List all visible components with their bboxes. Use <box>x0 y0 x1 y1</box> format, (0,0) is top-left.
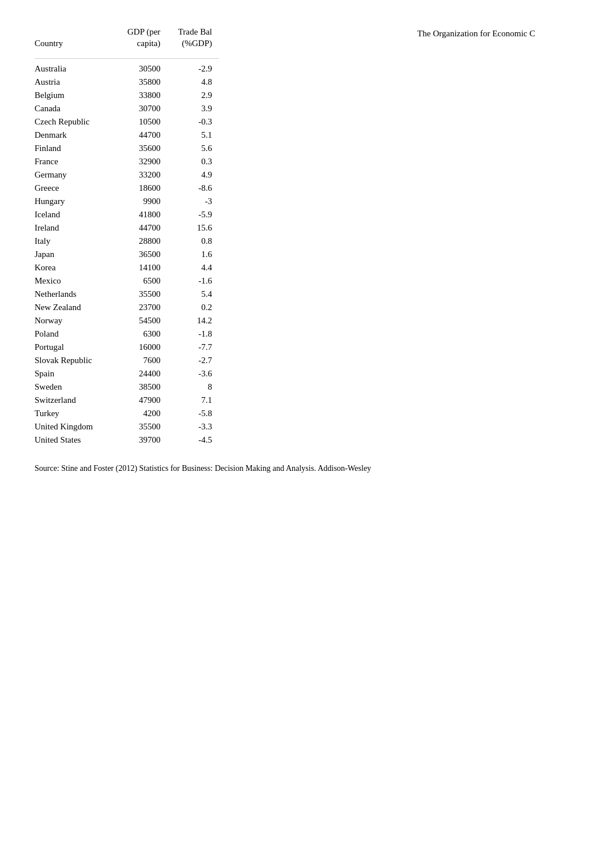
country-cell: Poland <box>35 327 117 341</box>
country-cell: Sweden <box>35 380 117 394</box>
gdp-cell: 54500 <box>117 314 168 327</box>
table-row: Japan365001.6 <box>35 248 219 261</box>
table-row: Norway5450014.2 <box>35 314 219 327</box>
table-row: Poland6300-1.8 <box>35 327 219 341</box>
country-cell: Slovak Republic <box>35 354 117 367</box>
gdp-cell: 30500 <box>117 62 168 76</box>
trade-cell: -3.6 <box>167 367 219 380</box>
trade-cell: -1.8 <box>167 327 219 341</box>
trade-cell: 5.6 <box>167 142 219 155</box>
trade-cell: -0.3 <box>167 115 219 129</box>
table-row: Canada307003.9 <box>35 102 219 115</box>
country-cell: Finland <box>35 142 117 155</box>
gdp-cell: 35500 <box>117 420 168 433</box>
table-row: Finland356005.6 <box>35 142 219 155</box>
gdp-cell: 35500 <box>117 288 168 301</box>
trade-cell: 2.9 <box>167 89 219 102</box>
source-text: Source: Stine and Foster (2012) Statisti… <box>35 464 371 473</box>
table-row: Sweden385008 <box>35 380 219 394</box>
gdp-cell: 7600 <box>117 354 168 367</box>
trade-cell: -1.6 <box>167 274 219 288</box>
trade-cell: -4.5 <box>167 433 219 447</box>
gdp-cell: 35800 <box>117 76 168 89</box>
gdp-cell: 18600 <box>117 182 168 195</box>
gdp-cell: 14100 <box>117 261 168 274</box>
table-row: Switzerland479007.1 <box>35 394 219 407</box>
table-row: Iceland41800-5.9 <box>35 208 219 221</box>
country-cell: Italy <box>35 235 117 248</box>
table-row: Denmark447005.1 <box>35 129 219 142</box>
table-row: Austria358004.8 <box>35 76 219 89</box>
table-row: United Kingdom35500-3.3 <box>35 420 219 433</box>
col-country-header: Country <box>35 23 117 55</box>
data-table: Country GDP (per capita) Trade Bal (%GDP… <box>35 23 219 447</box>
country-cell: Germany <box>35 168 117 182</box>
gdp-cell: 44700 <box>117 129 168 142</box>
trade-cell: 3.9 <box>167 102 219 115</box>
trade-cell: -3.3 <box>167 420 219 433</box>
gdp-cell: 35600 <box>117 142 168 155</box>
trade-cell: -7.7 <box>167 341 219 354</box>
col-gdp-header: GDP (per capita) <box>117 23 168 55</box>
country-cell: Australia <box>35 62 117 76</box>
table-row: New Zealand237000.2 <box>35 301 219 314</box>
table-row: Australia30500-2.9 <box>35 62 219 76</box>
country-cell: Austria <box>35 76 117 89</box>
table-row: Spain24400-3.6 <box>35 367 219 380</box>
table-row: France329000.3 <box>35 155 219 168</box>
trade-cell: 4.4 <box>167 261 219 274</box>
trade-cell: 0.3 <box>167 155 219 168</box>
gdp-cell: 24400 <box>117 367 168 380</box>
country-cell: Denmark <box>35 129 117 142</box>
gdp-cell: 38500 <box>117 380 168 394</box>
table-row: Belgium338002.9 <box>35 89 219 102</box>
gdp-cell: 6300 <box>117 327 168 341</box>
table-row: Turkey4200-5.8 <box>35 407 219 420</box>
country-cell: Czech Republic <box>35 115 117 129</box>
gdp-cell: 32900 <box>117 155 168 168</box>
table-row: Hungary9900-3 <box>35 195 219 208</box>
trade-cell: 4.9 <box>167 168 219 182</box>
table-row: United States39700-4.5 <box>35 433 219 447</box>
gdp-cell: 41800 <box>117 208 168 221</box>
gdp-cell: 28800 <box>117 235 168 248</box>
trade-cell: -5.8 <box>167 407 219 420</box>
page-layout: Country GDP (per capita) Trade Bal (%GDP… <box>35 23 577 473</box>
table-row: Mexico6500-1.6 <box>35 274 219 288</box>
gdp-cell: 36500 <box>117 248 168 261</box>
trade-cell: 14.2 <box>167 314 219 327</box>
table-row: Portugal16000-7.7 <box>35 341 219 354</box>
country-cell: United Kingdom <box>35 420 117 433</box>
country-cell: Japan <box>35 248 117 261</box>
trade-cell: 7.1 <box>167 394 219 407</box>
country-cell: Hungary <box>35 195 117 208</box>
trade-cell: 4.8 <box>167 76 219 89</box>
trade-cell: -2.7 <box>167 354 219 367</box>
table-row: Germany332004.9 <box>35 168 219 182</box>
trade-cell: 1.6 <box>167 248 219 261</box>
country-cell: Norway <box>35 314 117 327</box>
country-cell: Netherlands <box>35 288 117 301</box>
trade-cell: 15.6 <box>167 221 219 235</box>
trade-cell: -5.9 <box>167 208 219 221</box>
country-cell: United States <box>35 433 117 447</box>
gdp-cell: 47900 <box>117 394 168 407</box>
table-row: Ireland4470015.6 <box>35 221 219 235</box>
country-cell: Canada <box>35 102 117 115</box>
table-row: Netherlands355005.4 <box>35 288 219 301</box>
trade-cell: -3 <box>167 195 219 208</box>
table-row: Czech Republic10500-0.3 <box>35 115 219 129</box>
trade-cell: 5.4 <box>167 288 219 301</box>
gdp-cell: 23700 <box>117 301 168 314</box>
country-cell: Mexico <box>35 274 117 288</box>
table-row: Slovak Republic7600-2.7 <box>35 354 219 367</box>
trade-cell: -2.9 <box>167 62 219 76</box>
country-cell: New Zealand <box>35 301 117 314</box>
gdp-cell: 33200 <box>117 168 168 182</box>
gdp-cell: 39700 <box>117 433 168 447</box>
table-row: Greece18600-8.6 <box>35 182 219 195</box>
country-cell: Iceland <box>35 208 117 221</box>
gdp-cell: 4200 <box>117 407 168 420</box>
col-trade-header: Trade Bal (%GDP) <box>167 23 219 55</box>
table-section: Country GDP (per capita) Trade Bal (%GDP… <box>35 23 371 473</box>
